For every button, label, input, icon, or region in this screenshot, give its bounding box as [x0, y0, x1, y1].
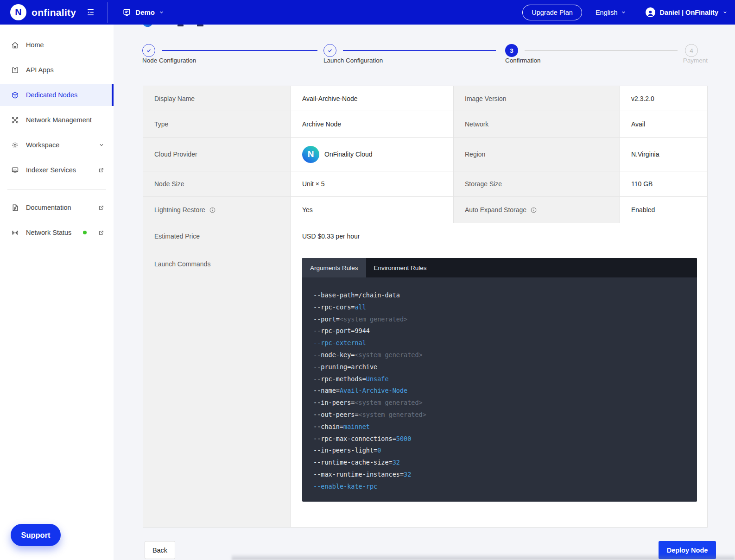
sidebar-item-api-apps[interactable]: API Apps: [0, 59, 114, 81]
code-line: --chain=mainnet: [313, 421, 686, 433]
row-label: Estimated Price: [143, 223, 291, 249]
onfinality-logo-icon: N: [10, 4, 26, 20]
home-icon: [11, 41, 19, 49]
step-connector: [162, 50, 317, 51]
row-label: Image Version: [454, 86, 620, 111]
broadcast-icon: [11, 229, 19, 237]
row-label: Node Size: [143, 171, 291, 197]
node-size-value: Unit × 5: [291, 171, 454, 197]
code-line: --runtime-cache-size=32: [313, 457, 686, 469]
upgrade-plan-button[interactable]: Upgrade Plan: [522, 5, 582, 20]
cloud-provider-value: N OnFinality Cloud: [291, 138, 454, 171]
code-line: --rpc-max-connections=5000: [313, 433, 686, 445]
check-icon: [327, 47, 333, 54]
user-menu[interactable]: Daniel | OnFinality: [646, 7, 728, 17]
user-avatar-icon: [646, 7, 655, 17]
step-1-label: Node Configuration: [142, 57, 196, 64]
row-label: Lightning Restore: [143, 197, 291, 223]
step-4-circle: 4: [685, 44, 698, 57]
network-nodes-icon: [11, 116, 19, 124]
sidebar-item-dedicated-nodes[interactable]: Dedicated Nodes: [0, 84, 114, 106]
row-label: Launch Commands: [143, 249, 291, 527]
brand-name: onfinality: [32, 7, 76, 18]
api-apps-icon: [11, 66, 19, 74]
gear-icon: [11, 141, 19, 149]
workspace-icon: [122, 8, 131, 17]
indexer-monitor-icon: [11, 166, 19, 174]
sidebar-item-network-status[interactable]: Network Status: [0, 221, 114, 244]
code-line: --rpc-external: [313, 337, 686, 349]
tab-arguments-rules[interactable]: Arguments Rules: [302, 258, 366, 277]
sidebar-item-network-management[interactable]: Network Management: [0, 109, 114, 131]
code-line: --base-path=/chain-data: [313, 289, 686, 302]
sidebar-item-label: Workspace: [26, 141, 59, 149]
code-line: --name=Avail-Archive-Node: [313, 385, 686, 397]
external-link-icon: [98, 230, 104, 236]
row-label: Cloud Provider: [143, 138, 291, 171]
sidebar-item-label: Network Management: [26, 116, 92, 124]
sidebar-item-documentation[interactable]: Documentation: [0, 196, 114, 219]
step-connector: [343, 50, 496, 51]
confirmation-summary-table: Display Name Avail-Archive-Node Image Ve…: [143, 86, 708, 528]
external-link-icon: [98, 205, 104, 211]
code-line: --node-key=<system generated>: [313, 349, 686, 361]
back-button[interactable]: Back: [145, 541, 175, 559]
menu-fold-icon: [86, 8, 95, 17]
code-line: --rpc-port=9944: [313, 325, 686, 337]
step-3-circle: 3: [505, 44, 518, 57]
code-line: --out-peers=<system generated>: [313, 409, 686, 421]
sidebar-item-workspace[interactable]: Workspace: [0, 134, 114, 156]
user-name: Daniel | OnFinality: [659, 9, 718, 16]
chevron-down-icon: [621, 10, 626, 15]
step-2-check-circle: [323, 44, 336, 57]
display-name-value: Avail-Archive-Node: [291, 86, 454, 111]
code-tab-bar: Arguments Rules Environment Rules: [302, 258, 697, 277]
brand-logo[interactable]: N onfinality: [0, 4, 76, 20]
info-icon[interactable]: [209, 207, 216, 214]
sidebar-item-label: Documentation: [26, 204, 71, 211]
chevron-down-icon: [99, 142, 104, 148]
code-line: --in-peers-light=0: [313, 445, 686, 457]
onfinality-cloud-logo-icon: N: [302, 146, 319, 163]
step-2-label: Launch Configuration: [323, 57, 383, 64]
main-content: 3 4 Node Configuration Launch Configurat…: [114, 25, 735, 560]
sidebar: Home API Apps Dedicated Nodes Network Ma…: [0, 25, 114, 560]
language-selector[interactable]: English: [596, 9, 627, 16]
workspace-switcher[interactable]: Demo: [122, 8, 164, 17]
row-label: Network: [454, 111, 620, 138]
chevron-down-icon: [722, 10, 728, 15]
region-value: N.Virginia: [620, 138, 707, 171]
sidebar-item-label: Network Status: [26, 229, 71, 236]
code-line: --pruning=archive: [313, 361, 686, 373]
tab-environment-rules[interactable]: Environment Rules: [366, 258, 435, 277]
step-4-label: Payment: [683, 57, 708, 64]
sidebar-item-label: Dedicated Nodes: [26, 91, 77, 99]
sidebar-collapse-button[interactable]: [86, 8, 95, 17]
navbar-divider: [107, 2, 108, 23]
document-icon: [11, 204, 19, 212]
sidebar-item-indexer-services[interactable]: Indexer Services: [0, 159, 114, 181]
lightning-restore-label: Lightning Restore: [154, 206, 205, 214]
network-logo-partial-icon: [142, 25, 153, 27]
sidebar-item-label: Home: [26, 41, 44, 49]
language-label: English: [596, 9, 618, 16]
deploy-node-button[interactable]: Deploy Node: [659, 541, 716, 559]
info-icon[interactable]: [530, 207, 537, 214]
storage-size-value: 110 GB: [620, 171, 707, 197]
launch-commands-panel: Arguments Rules Environment Rules --base…: [302, 258, 697, 502]
check-icon: [146, 47, 152, 54]
top-navbar: N onfinality Demo Upgrade Plan English: [0, 0, 735, 25]
arguments-code-block: --base-path=/chain-data--rpc-cors=all--p…: [302, 277, 697, 501]
launch-commands-cell: Arguments Rules Environment Rules --base…: [291, 249, 707, 527]
step-3-label: Confirmation: [505, 57, 541, 64]
sidebar-item-home[interactable]: Home: [0, 34, 114, 56]
code-line: --max-runtime-instances=32: [313, 469, 686, 481]
workspace-name: Demo: [135, 8, 155, 16]
auto-expand-label: Auto Expand Storage: [465, 206, 526, 214]
support-button[interactable]: Support: [11, 524, 61, 546]
title-fragment: [197, 25, 203, 26]
external-link-icon: [98, 167, 104, 173]
status-dot-green: [83, 231, 87, 234]
code-line: --in-peers=<system generated>: [313, 397, 686, 409]
code-line: --enable-kate-rpc: [313, 481, 686, 493]
